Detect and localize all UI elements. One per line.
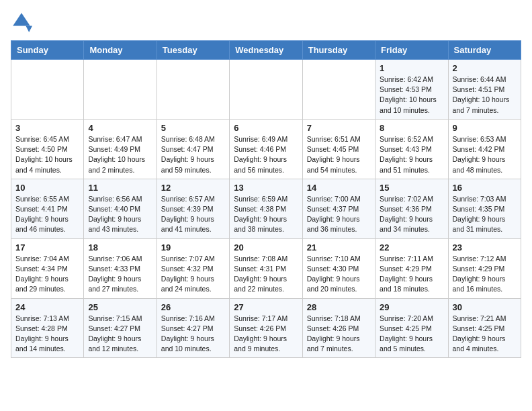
day-number: 27 <box>234 302 298 312</box>
calendar-week-5: 24Sunrise: 7:13 AM Sunset: 4:28 PM Dayli… <box>11 298 521 358</box>
day-number: 1 <box>380 63 443 73</box>
calendar-cell: 17Sunrise: 7:04 AM Sunset: 4:34 PM Dayli… <box>11 238 84 298</box>
calendar-table: SundayMondayTuesdayWednesdayThursdayFrid… <box>11 40 521 358</box>
calendar-cell: 23Sunrise: 7:12 AM Sunset: 4:29 PM Dayli… <box>448 238 521 298</box>
day-number: 15 <box>380 183 443 193</box>
day-info: Sunrise: 7:15 AM Sunset: 4:27 PM Dayligh… <box>88 314 152 355</box>
weekday-header-saturday: Saturday <box>448 41 521 60</box>
day-info: Sunrise: 6:42 AM Sunset: 4:53 PM Dayligh… <box>380 75 443 116</box>
calendar-cell: 8Sunrise: 6:52 AM Sunset: 4:43 PM Daylig… <box>375 119 448 179</box>
day-number: 20 <box>234 242 298 253</box>
calendar-cell: 26Sunrise: 7:16 AM Sunset: 4:27 PM Dayli… <box>157 298 229 358</box>
calendar-cell: 6Sunrise: 6:49 AM Sunset: 4:46 PM Daylig… <box>230 119 302 179</box>
day-info: Sunrise: 6:55 AM Sunset: 4:41 PM Dayligh… <box>15 194 79 235</box>
calendar-cell: 7Sunrise: 6:51 AM Sunset: 4:45 PM Daylig… <box>302 119 375 179</box>
day-info: Sunrise: 6:45 AM Sunset: 4:50 PM Dayligh… <box>15 134 79 175</box>
day-number: 29 <box>380 302 443 312</box>
calendar-week-2: 3Sunrise: 6:45 AM Sunset: 4:50 PM Daylig… <box>11 119 521 179</box>
calendar-cell: 4Sunrise: 6:47 AM Sunset: 4:49 PM Daylig… <box>84 119 157 179</box>
day-number: 8 <box>380 123 443 133</box>
weekday-header-sunday: Sunday <box>11 41 84 60</box>
calendar-cell: 12Sunrise: 6:57 AM Sunset: 4:39 PM Dayli… <box>157 179 229 238</box>
day-info: Sunrise: 6:47 AM Sunset: 4:49 PM Dayligh… <box>88 134 152 175</box>
calendar-cell: 28Sunrise: 7:18 AM Sunset: 4:26 PM Dayli… <box>302 298 375 358</box>
calendar-week-4: 17Sunrise: 7:04 AM Sunset: 4:34 PM Dayli… <box>11 238 521 298</box>
day-number: 23 <box>453 242 517 253</box>
day-number: 14 <box>307 183 371 193</box>
day-number: 7 <box>307 123 371 133</box>
weekday-header-tuesday: Tuesday <box>157 41 229 60</box>
day-info: Sunrise: 7:17 AM Sunset: 4:26 PM Dayligh… <box>234 314 298 355</box>
day-number: 5 <box>161 123 225 133</box>
day-info: Sunrise: 6:57 AM Sunset: 4:39 PM Dayligh… <box>161 194 225 235</box>
day-info: Sunrise: 7:10 AM Sunset: 4:30 PM Dayligh… <box>307 254 371 295</box>
calendar-cell: 9Sunrise: 6:53 AM Sunset: 4:42 PM Daylig… <box>448 119 521 179</box>
calendar-week-3: 10Sunrise: 6:55 AM Sunset: 4:41 PM Dayli… <box>11 179 521 238</box>
day-number: 24 <box>15 302 79 312</box>
day-number: 12 <box>161 183 225 193</box>
calendar-week-1: 1Sunrise: 6:42 AM Sunset: 4:53 PM Daylig… <box>11 60 521 120</box>
day-info: Sunrise: 6:52 AM Sunset: 4:43 PM Dayligh… <box>380 134 443 175</box>
weekday-header-wednesday: Wednesday <box>230 41 302 60</box>
day-number: 3 <box>15 123 79 133</box>
calendar-cell: 20Sunrise: 7:08 AM Sunset: 4:31 PM Dayli… <box>230 238 302 298</box>
day-info: Sunrise: 6:48 AM Sunset: 4:47 PM Dayligh… <box>161 134 225 175</box>
day-number: 25 <box>88 302 152 312</box>
day-info: Sunrise: 6:44 AM Sunset: 4:51 PM Dayligh… <box>453 75 517 116</box>
day-number: 6 <box>234 123 298 133</box>
weekday-header-thursday: Thursday <box>302 41 375 60</box>
svg-marker-0 <box>13 13 30 26</box>
day-info: Sunrise: 6:49 AM Sunset: 4:46 PM Dayligh… <box>234 134 298 175</box>
calendar-cell: 13Sunrise: 6:59 AM Sunset: 4:38 PM Dayli… <box>230 179 302 238</box>
calendar-cell: 27Sunrise: 7:17 AM Sunset: 4:26 PM Dayli… <box>230 298 302 358</box>
day-number: 16 <box>453 183 517 193</box>
day-info: Sunrise: 7:11 AM Sunset: 4:29 PM Dayligh… <box>380 254 443 295</box>
day-info: Sunrise: 7:13 AM Sunset: 4:28 PM Dayligh… <box>15 314 79 355</box>
page-header <box>11 11 521 32</box>
calendar-cell: 21Sunrise: 7:10 AM Sunset: 4:30 PM Dayli… <box>302 238 375 298</box>
calendar-cell: 25Sunrise: 7:15 AM Sunset: 4:27 PM Dayli… <box>84 298 157 358</box>
calendar-cell <box>302 60 375 120</box>
day-info: Sunrise: 7:12 AM Sunset: 4:29 PM Dayligh… <box>453 254 517 295</box>
calendar-cell: 3Sunrise: 6:45 AM Sunset: 4:50 PM Daylig… <box>11 119 84 179</box>
calendar-cell: 2Sunrise: 6:44 AM Sunset: 4:51 PM Daylig… <box>448 60 521 120</box>
day-info: Sunrise: 7:07 AM Sunset: 4:32 PM Dayligh… <box>161 254 225 295</box>
day-info: Sunrise: 7:20 AM Sunset: 4:25 PM Dayligh… <box>380 314 443 355</box>
day-number: 11 <box>88 183 152 193</box>
day-number: 19 <box>161 242 225 253</box>
day-number: 2 <box>453 63 517 73</box>
calendar-cell: 1Sunrise: 6:42 AM Sunset: 4:53 PM Daylig… <box>375 60 448 120</box>
svg-marker-1 <box>26 26 32 32</box>
calendar-cell: 30Sunrise: 7:21 AM Sunset: 4:25 PM Dayli… <box>448 298 521 358</box>
day-info: Sunrise: 6:56 AM Sunset: 4:40 PM Dayligh… <box>88 194 152 235</box>
day-info: Sunrise: 7:00 AM Sunset: 4:37 PM Dayligh… <box>307 194 371 235</box>
weekday-header-monday: Monday <box>84 41 157 60</box>
calendar-cell <box>84 60 157 120</box>
calendar-cell <box>230 60 302 120</box>
day-info: Sunrise: 7:18 AM Sunset: 4:26 PM Dayligh… <box>307 314 371 355</box>
calendar-cell: 11Sunrise: 6:56 AM Sunset: 4:40 PM Dayli… <box>84 179 157 238</box>
day-number: 18 <box>88 242 152 253</box>
day-info: Sunrise: 6:51 AM Sunset: 4:45 PM Dayligh… <box>307 134 371 175</box>
day-number: 4 <box>88 123 152 133</box>
day-number: 22 <box>380 242 443 253</box>
calendar-cell: 14Sunrise: 7:00 AM Sunset: 4:37 PM Dayli… <box>302 179 375 238</box>
day-info: Sunrise: 6:59 AM Sunset: 4:38 PM Dayligh… <box>234 194 298 235</box>
day-number: 9 <box>453 123 517 133</box>
day-info: Sunrise: 7:04 AM Sunset: 4:34 PM Dayligh… <box>15 254 79 295</box>
day-info: Sunrise: 7:02 AM Sunset: 4:36 PM Dayligh… <box>380 194 443 235</box>
day-info: Sunrise: 7:03 AM Sunset: 4:35 PM Dayligh… <box>453 194 517 235</box>
calendar-cell: 10Sunrise: 6:55 AM Sunset: 4:41 PM Dayli… <box>11 179 84 238</box>
calendar-cell: 19Sunrise: 7:07 AM Sunset: 4:32 PM Dayli… <box>157 238 229 298</box>
weekday-header-row: SundayMondayTuesdayWednesdayThursdayFrid… <box>11 41 521 60</box>
day-number: 17 <box>15 242 79 253</box>
day-info: Sunrise: 7:08 AM Sunset: 4:31 PM Dayligh… <box>234 254 298 295</box>
day-number: 13 <box>234 183 298 193</box>
day-info: Sunrise: 7:16 AM Sunset: 4:27 PM Dayligh… <box>161 314 225 355</box>
calendar-cell: 24Sunrise: 7:13 AM Sunset: 4:28 PM Dayli… <box>11 298 84 358</box>
calendar-cell: 15Sunrise: 7:02 AM Sunset: 4:36 PM Dayli… <box>375 179 448 238</box>
day-info: Sunrise: 7:21 AM Sunset: 4:25 PM Dayligh… <box>453 314 517 355</box>
day-number: 21 <box>307 242 371 253</box>
day-number: 26 <box>161 302 225 312</box>
weekday-header-friday: Friday <box>375 41 448 60</box>
